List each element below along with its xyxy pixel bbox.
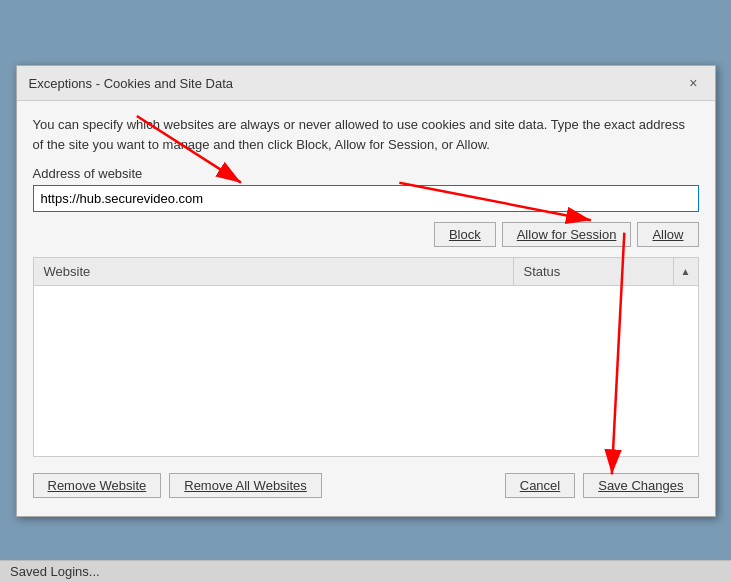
address-label: Address of website bbox=[33, 166, 699, 181]
saved-logins-bar[interactable]: Saved Logins... bbox=[0, 560, 731, 582]
saved-logins-label: Saved Logins... bbox=[10, 564, 100, 579]
bottom-buttons-row: Remove Website Remove All Websites Cance… bbox=[33, 467, 699, 504]
dialog-title: Exceptions - Cookies and Site Data bbox=[29, 76, 234, 91]
website-column-header: Website bbox=[34, 258, 514, 285]
description-text: You can specify which websites are alway… bbox=[33, 115, 699, 154]
sort-arrow-icon: ▲ bbox=[681, 266, 691, 277]
remove-website-button[interactable]: Remove Website bbox=[33, 473, 162, 498]
right-action-buttons: Cancel Save Changes bbox=[505, 473, 699, 498]
cancel-button[interactable]: Cancel bbox=[505, 473, 575, 498]
table-body bbox=[34, 286, 698, 436]
website-table: Website Status ▲ bbox=[33, 257, 699, 457]
dialog-body: You can specify which websites are alway… bbox=[17, 101, 715, 516]
allow-for-session-button[interactable]: Allow for Session bbox=[502, 222, 632, 247]
close-button[interactable]: × bbox=[684, 74, 702, 92]
status-column-header: Status bbox=[514, 258, 674, 285]
block-button[interactable]: Block bbox=[434, 222, 496, 247]
address-row bbox=[33, 185, 699, 212]
allow-button[interactable]: Allow bbox=[637, 222, 698, 247]
table-header: Website Status ▲ bbox=[34, 258, 698, 286]
left-action-buttons: Remove Website Remove All Websites bbox=[33, 473, 322, 498]
dialog-titlebar: Exceptions - Cookies and Site Data × bbox=[17, 66, 715, 101]
action-buttons: Block Allow for Session Allow bbox=[33, 222, 699, 247]
remove-all-websites-button[interactable]: Remove All Websites bbox=[169, 473, 322, 498]
sort-column-header[interactable]: ▲ bbox=[674, 258, 698, 285]
address-input[interactable] bbox=[33, 185, 699, 212]
save-changes-button[interactable]: Save Changes bbox=[583, 473, 698, 498]
dialog-overlay: Exceptions - Cookies and Site Data × You… bbox=[0, 0, 731, 582]
exceptions-dialog: Exceptions - Cookies and Site Data × You… bbox=[16, 65, 716, 517]
